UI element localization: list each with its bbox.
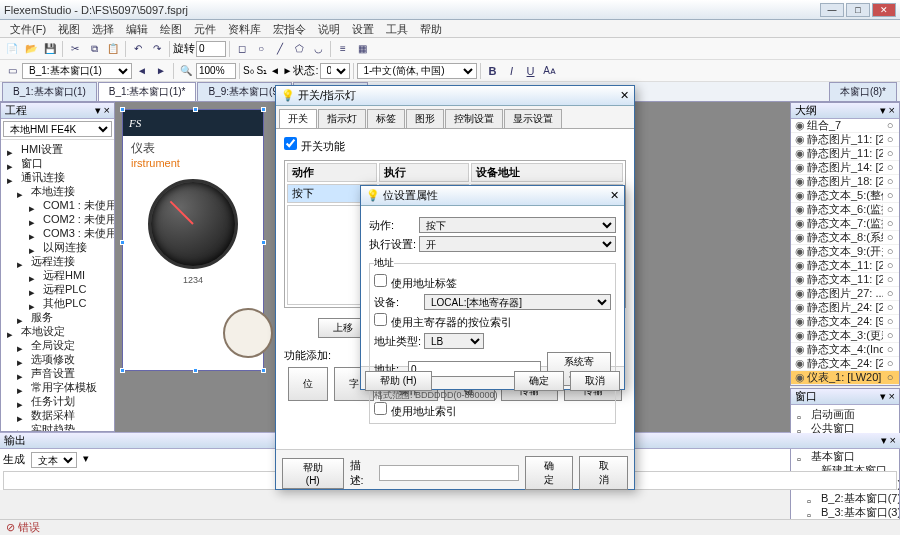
- state-select[interactable]: 0: [320, 63, 350, 79]
- tree-node[interactable]: ▸COM3 : 未使用: [3, 226, 112, 240]
- close-button[interactable]: ✕: [872, 3, 896, 17]
- menu-item[interactable]: 设置: [346, 20, 380, 37]
- dlg-tab[interactable]: 显示设置: [504, 109, 562, 128]
- bit-button[interactable]: 位: [288, 367, 328, 401]
- lang-select[interactable]: 1-中文(简体, 中国): [357, 63, 477, 79]
- layer-row[interactable]: ◉静态文本_11: [27...○: [791, 273, 899, 287]
- project-tree[interactable]: ▸HMI设置▸窗口▸通讯连接▸本地连接▸COM1 : 未使用▸COM2 : 未使…: [1, 140, 114, 431]
- save-icon[interactable]: 💾: [41, 40, 59, 58]
- help-button[interactable]: 帮助(H): [282, 458, 344, 489]
- tree-node[interactable]: ▸通讯连接: [3, 170, 112, 184]
- window-node[interactable]: ▫启动画面: [793, 407, 897, 421]
- layer-row[interactable]: ◉静态文本_5:(整体)○: [791, 189, 899, 203]
- panel-close-icon[interactable]: ▾ ×: [880, 104, 895, 117]
- text-icon[interactable]: Aᴀ: [541, 62, 559, 80]
- layer-row[interactable]: ◉静态文本_8:(系统)○: [791, 231, 899, 245]
- tree-node[interactable]: ▸远程HMI: [3, 268, 112, 282]
- layer-row[interactable]: ◉静态文本_7:(监控)○: [791, 217, 899, 231]
- layer-row[interactable]: ◉静态文本_3:(更新)○: [791, 329, 899, 343]
- layer-row[interactable]: ◉静态文本_4:(Incom...○: [791, 343, 899, 357]
- circle-icon[interactable]: ○: [252, 40, 270, 58]
- zoom-icon[interactable]: 🔍: [177, 62, 195, 80]
- tree-node[interactable]: ▸远程连接: [3, 254, 112, 268]
- dlg-tab[interactable]: 控制设置: [445, 109, 503, 128]
- tree-node[interactable]: ▸窗口: [3, 156, 112, 170]
- menu-item[interactable]: 说明: [312, 20, 346, 37]
- prev-icon[interactable]: ◄: [133, 62, 151, 80]
- use-tag-check[interactable]: 使用地址标签: [374, 277, 457, 289]
- rotate-input[interactable]: [196, 41, 226, 57]
- menu-item[interactable]: 资料库: [222, 20, 267, 37]
- panel-close-icon[interactable]: ▾ ×: [881, 434, 896, 447]
- addrtype-select[interactable]: LB: [424, 333, 484, 349]
- menu-item[interactable]: 帮助: [414, 20, 448, 37]
- line-icon[interactable]: ╱: [271, 40, 289, 58]
- window-icon[interactable]: ▭: [3, 62, 21, 80]
- window-node[interactable]: ▫B_2:基本窗口(7): [793, 491, 897, 505]
- device-select[interactable]: LOCAL:[本地寄存器]: [424, 294, 611, 310]
- enable-check[interactable]: 开关功能: [284, 140, 345, 152]
- menu-item[interactable]: 选择: [86, 20, 120, 37]
- menu-item[interactable]: 文件(F): [4, 20, 52, 37]
- dlg-tab[interactable]: 开关: [279, 109, 317, 128]
- layer-row[interactable]: ◉仪表_1: [LW20]○: [791, 371, 899, 385]
- shape-icon[interactable]: ◻: [233, 40, 251, 58]
- copy-icon[interactable]: ⧉: [85, 40, 103, 58]
- layer-row[interactable]: ◉静态文本_11: [26...○: [791, 259, 899, 273]
- redo-icon[interactable]: ↷: [148, 40, 166, 58]
- doc-tab[interactable]: B_1:基本窗口(1): [2, 82, 97, 101]
- tree-node[interactable]: ▸其他PLC: [3, 296, 112, 310]
- dlg-tab[interactable]: 图形: [406, 109, 444, 128]
- doc-tab[interactable]: 本窗口(8)*: [829, 82, 897, 101]
- use-ai-check[interactable]: 使用地址索引: [374, 405, 457, 417]
- subdlg-close-icon[interactable]: ✕: [610, 189, 619, 202]
- tree-node[interactable]: ▸本地设定: [3, 324, 112, 338]
- menu-item[interactable]: 视图: [52, 20, 86, 37]
- poly-icon[interactable]: ⬠: [290, 40, 308, 58]
- menu-item[interactable]: 编辑: [120, 20, 154, 37]
- bold-icon[interactable]: B: [484, 62, 502, 80]
- ok-button[interactable]: 确定: [525, 456, 574, 490]
- cut-icon[interactable]: ✂: [66, 40, 84, 58]
- layer-row[interactable]: ◉静态图片_11: [22...○: [791, 147, 899, 161]
- sub-help-button[interactable]: 帮助 (H): [365, 371, 432, 391]
- tree-node[interactable]: ▸服务: [3, 310, 112, 324]
- menu-item[interactable]: 绘图: [154, 20, 188, 37]
- tree-node[interactable]: ▸全局设定: [3, 338, 112, 352]
- grid-icon[interactable]: ▦: [353, 40, 371, 58]
- layer-row[interactable]: ◉静态图片_18: [27...○: [791, 175, 899, 189]
- layer-row[interactable]: ◉组合_7○: [791, 119, 899, 133]
- tree-node[interactable]: ▸COM2 : 未使用: [3, 212, 112, 226]
- cancel-button[interactable]: 取消: [579, 456, 628, 490]
- use-idx-check[interactable]: 使用主寄存器的按位索引: [374, 316, 512, 328]
- tree-node[interactable]: ▸数据采样: [3, 408, 112, 422]
- exec-select[interactable]: 开: [419, 236, 616, 252]
- panel-close-icon[interactable]: ▾ ×: [880, 390, 895, 403]
- menu-item[interactable]: 元件: [188, 20, 222, 37]
- open-icon[interactable]: 📂: [22, 40, 40, 58]
- sub-cancel-button[interactable]: 取消: [570, 371, 620, 391]
- minimize-button[interactable]: —: [820, 3, 844, 17]
- tree-node[interactable]: ▸实时趋势: [3, 422, 112, 431]
- tree-node[interactable]: ▸任务计划: [3, 394, 112, 408]
- tree-node[interactable]: ▸常用字体模板: [3, 380, 112, 394]
- italic-icon[interactable]: I: [503, 62, 521, 80]
- small-gauge[interactable]: [223, 308, 273, 358]
- layer-row[interactable]: ◉静态图片_27: ...○: [791, 287, 899, 301]
- output-type[interactable]: 文本: [31, 452, 77, 468]
- gauge-widget[interactable]: [148, 179, 238, 269]
- layer-row[interactable]: ◉静态文本_9:(开关)○: [791, 245, 899, 259]
- arc-icon[interactable]: ◡: [309, 40, 327, 58]
- layer-row[interactable]: ◉静态图片_24: [214...○: [791, 301, 899, 315]
- next-icon[interactable]: ►: [152, 62, 170, 80]
- outline-list[interactable]: ◉组合_7○◉静态图片_11: [29...○◉静态图片_11: [22...○…: [791, 119, 899, 385]
- tree-node[interactable]: ▸本地连接: [3, 184, 112, 198]
- tree-node[interactable]: ▸COM1 : 未使用: [3, 198, 112, 212]
- doc-tab[interactable]: B_1:基本窗口(1)*: [98, 82, 197, 101]
- tree-node[interactable]: ▸以网连接: [3, 240, 112, 254]
- tree-node[interactable]: ▸HMI设置: [3, 142, 112, 156]
- zoom-input[interactable]: [196, 63, 236, 79]
- paste-icon[interactable]: 📋: [104, 40, 122, 58]
- layer-row[interactable]: ◉静态文本_24: [209...○: [791, 357, 899, 371]
- design-surface[interactable]: FS 仪表 irstrument 1234: [123, 110, 263, 370]
